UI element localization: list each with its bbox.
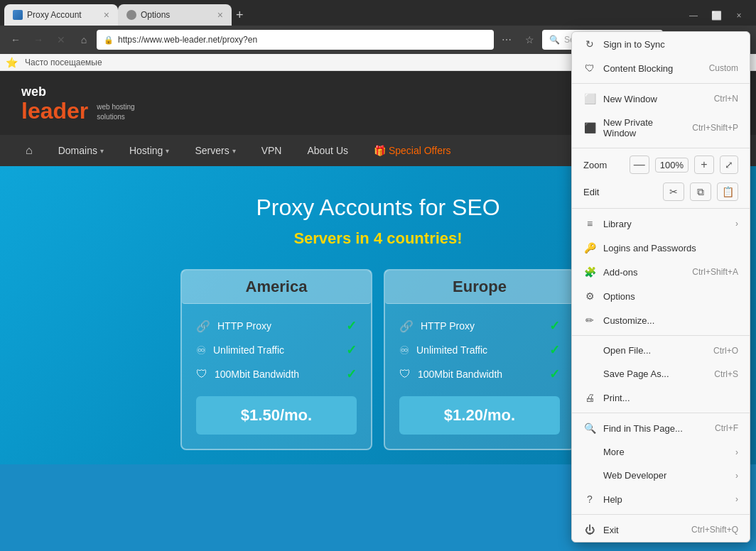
menu-addons[interactable]: 🧩 Add-ons Ctrl+Shift+A <box>572 260 750 284</box>
home-button[interactable]: ⌂ <box>74 30 94 50</box>
card-america-feature-3: 🛡 100Mbit Bandwidth ✓ <box>196 366 357 382</box>
menu-exit[interactable]: ⏻ Exit Ctrl+Shift+Q <box>572 518 750 542</box>
menu-sync[interactable]: ↻ Sign in to Sync <box>572 32 750 56</box>
exit-icon: ⏻ <box>583 524 596 535</box>
logo-area: web leader web hostingsolutions <box>21 84 135 122</box>
nav-hosting[interactable]: Hosting ▾ <box>118 139 180 162</box>
options-tab-icon <box>126 10 136 20</box>
check-3: ✓ <box>346 366 357 382</box>
tab-options-close[interactable]: × <box>217 10 223 20</box>
nav-vpn[interactable]: VPN <box>250 139 293 162</box>
http-proxy-icon-2: 🔗 <box>399 320 414 333</box>
menu-logins[interactable]: 🔑 Logins and Passwords <box>572 236 750 260</box>
nav-servers[interactable]: Servers ▾ <box>183 139 247 162</box>
card-europe-feature-2: ♾ Unlimited Traffic ✓ <box>399 342 560 358</box>
window-icon: ⬜ <box>583 93 596 104</box>
menu-save-page[interactable]: Save Page As... Ctrl+S <box>572 362 750 386</box>
logo[interactable]: web leader web hostingsolutions <box>21 84 135 122</box>
nav-special[interactable]: 🎁 Special Offers <box>362 139 463 162</box>
developer-arrow: › <box>735 471 738 481</box>
more-options-button[interactable]: ⋯ <box>497 30 517 50</box>
tab-proxy-close[interactable]: × <box>104 10 109 20</box>
card-america-title: America <box>182 271 371 304</box>
minimize-button[interactable]: — <box>684 6 703 26</box>
check-6: ✓ <box>549 366 560 382</box>
search-icon: 🔍 <box>549 35 560 45</box>
check-2: ✓ <box>346 342 357 358</box>
copy-button[interactable]: ⧉ <box>690 182 711 201</box>
card-europe-price[interactable]: $1.20/mo. <box>399 396 560 435</box>
logo-text: web leader <box>21 84 88 122</box>
menu-open-file[interactable]: Open File... Ctrl+O <box>572 339 750 362</box>
tab-options[interactable]: Options × <box>118 4 232 26</box>
tab-proxy[interactable]: Proxy Account × <box>4 4 118 26</box>
proxy-tab-icon <box>13 10 23 20</box>
new-tab-button[interactable]: + <box>232 8 248 23</box>
card-europe-title: Europe <box>385 271 574 304</box>
card-europe-feature-1: 🔗 HTTP Proxy ✓ <box>399 318 560 334</box>
address-bar[interactable]: 🔒 https://www.web-leader.net/proxy?en <box>97 30 494 50</box>
tab-bar: Proxy Account × Options × + — ⬜ × <box>0 0 756 26</box>
card-america-price[interactable]: $1.50/mo. <box>196 396 357 435</box>
edit-controls: Edit ✂ ⧉ 📋 <box>572 178 750 205</box>
nav-about[interactable]: About Us <box>296 139 360 162</box>
zoom-value: 100% <box>655 158 688 173</box>
tab-options-title: Options <box>141 10 213 20</box>
maximize-button[interactable]: ⬜ <box>706 6 726 26</box>
puzzle-icon: 🧩 <box>583 266 596 278</box>
menu-library[interactable]: ≡ Library › <box>572 212 750 236</box>
menu-options[interactable]: ⚙ Options <box>572 284 750 308</box>
menu-more[interactable]: More › <box>572 440 750 464</box>
menu-find[interactable]: 🔍 Find in This Page... Ctrl+F <box>572 416 750 440</box>
check-4: ✓ <box>549 318 560 334</box>
print-icon: 🖨 <box>583 392 596 403</box>
card-america-feature-2: ♾ Unlimited Traffic ✓ <box>196 342 357 358</box>
shield-icon: 🛡 <box>583 62 596 74</box>
card-america: America 🔗 HTTP Proxy ✓ ♾ Unlimited Traff… <box>180 269 372 450</box>
close-button[interactable]: × <box>729 6 749 26</box>
hosting-arrow: ▾ <box>166 147 169 155</box>
menu-web-developer[interactable]: Web Developer › <box>572 464 750 487</box>
bookmarks-label[interactable]: Часто посещаемые <box>21 56 107 69</box>
tab-proxy-title: Proxy Account <box>27 10 99 20</box>
gear-icon: ⚙ <box>583 290 596 302</box>
logo-web: web <box>21 84 88 99</box>
card-america-feature-1: 🔗 HTTP Proxy ✓ <box>196 318 357 334</box>
help-icon: ? <box>583 493 596 505</box>
find-icon: 🔍 <box>583 422 596 434</box>
menu-content-blocking[interactable]: 🛡 Content Blocking Custom <box>572 56 750 80</box>
bandwidth-icon-2: 🛡 <box>399 368 411 381</box>
check-5: ✓ <box>549 342 560 358</box>
library-icon: ≡ <box>583 218 596 229</box>
zoom-fullscreen-button[interactable]: ⤢ <box>720 156 738 174</box>
menu-print[interactable]: 🖨 Print... <box>572 386 750 410</box>
menu-new-window[interactable]: ⬜ New Window Ctrl+N <box>572 87 750 111</box>
traffic-icon-1: ♾ <box>196 344 206 357</box>
zoom-in-button[interactable]: + <box>694 156 714 174</box>
menu-customize[interactable]: ✏ Customize... <box>572 308 750 332</box>
help-arrow: › <box>735 494 738 504</box>
forward-button[interactable]: → <box>28 30 48 50</box>
sync-icon: ↻ <box>583 38 596 50</box>
menu-help[interactable]: ? Help › <box>572 487 750 511</box>
library-arrow: › <box>735 219 738 229</box>
bookmark-button[interactable]: ☆ <box>519 30 539 50</box>
bookmarks-icon: ⭐ <box>6 57 18 68</box>
stop-button[interactable]: ✕ <box>51 30 71 50</box>
nav-home[interactable]: ⌂ <box>14 138 44 163</box>
cut-button[interactable]: ✂ <box>663 182 684 201</box>
more-arrow: › <box>735 447 738 457</box>
zoom-control: Zoom — 100% + ⤢ <box>572 151 750 178</box>
private-icon: ⬛ <box>583 122 596 133</box>
back-button[interactable]: ← <box>6 30 26 50</box>
card-europe: Europe 🔗 HTTP Proxy ✓ ♾ Unlimited Traffi… <box>384 269 576 450</box>
nav-domains[interactable]: Domains ▾ <box>47 139 115 162</box>
logo-leader: leader <box>21 99 88 122</box>
lock-icon: 🔒 <box>104 36 114 45</box>
menu-new-private[interactable]: ⬛ New Private Window Ctrl+Shift+P <box>572 111 750 145</box>
zoom-out-button[interactable]: — <box>630 156 649 174</box>
http-proxy-icon-1: 🔗 <box>196 320 210 333</box>
check-1: ✓ <box>346 318 357 334</box>
servers-arrow: ▾ <box>232 147 236 155</box>
paste-button[interactable]: 📋 <box>717 182 738 201</box>
